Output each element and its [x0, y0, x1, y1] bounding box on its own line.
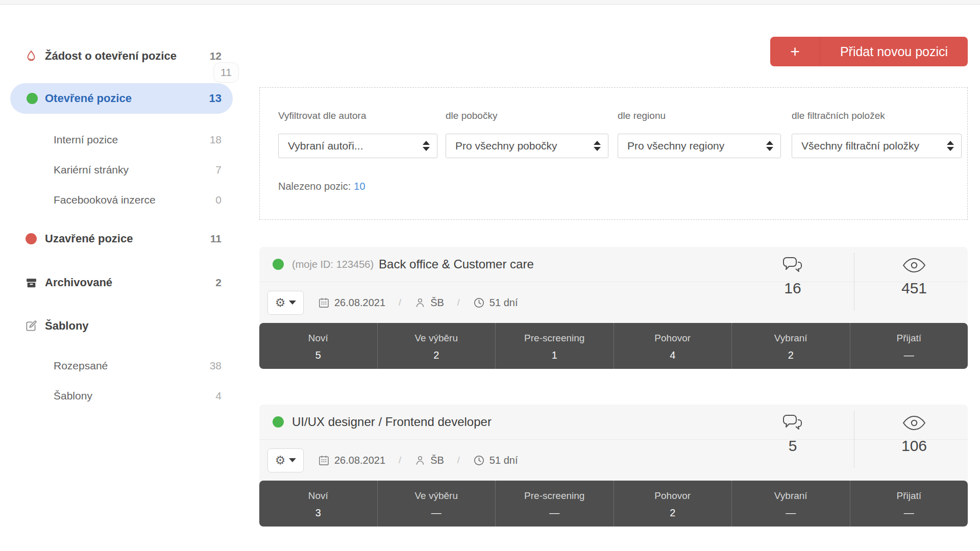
sidebar-item-zadost-o-otevreni[interactable]: Žádost o otevření pozice 12	[10, 45, 222, 67]
position-date-value: 26.08.2021	[334, 297, 385, 309]
pipeline-bar: Noví 3 Ve výběru — Pre-screening — Pohov…	[259, 481, 968, 527]
person-icon	[414, 455, 426, 466]
comments-count: 16	[752, 280, 834, 297]
sidebar-item-label: Uzavřené pozice	[45, 232, 133, 245]
stage-label: Vybraní	[774, 490, 807, 502]
sidebar-item-otevrene-pozice[interactable]: Otevřené pozice 13	[10, 83, 233, 114]
views-count: 106	[873, 437, 955, 455]
position-author: ŠB	[414, 297, 444, 309]
filter-items-select[interactable]: Všechny filtrační položky	[792, 134, 962, 158]
sidebar-item-label: Rozepsané	[54, 360, 108, 372]
sidebar-item-facebookova-inzerce[interactable]: Facebooková inzerce 0	[10, 189, 222, 211]
open-status-icon	[273, 259, 284, 270]
author-select-value: Vybraní autoři...	[288, 140, 363, 152]
position-days-value: 51 dní	[489, 297, 518, 309]
sidebar-item-label: Žádost o otevření pozice	[45, 49, 177, 63]
stage-value: 2	[433, 349, 439, 361]
sidebar-item-uzavrene-pozice[interactable]: Uzavřené pozice 11	[10, 228, 222, 250]
green-dot-icon	[27, 93, 38, 104]
sidebar-item-count: 7	[215, 164, 222, 176]
comments-stat[interactable]: 16	[752, 254, 834, 297]
sidebar-item-karierni-stranky[interactable]: Kariérní stránky 7	[10, 159, 222, 181]
sidebar-item-count: 38	[210, 360, 222, 372]
add-new-position-button[interactable]: + Přidat novou pozici	[770, 37, 968, 66]
stage-label: Pre-screening	[524, 490, 584, 502]
sidebar-item-count: 2	[215, 277, 222, 289]
position-settings-button[interactable]: ⚙	[267, 291, 304, 315]
sidebar-item-count: 18	[210, 134, 222, 146]
select-arrows-icon	[947, 141, 954, 151]
position-days-open: 51 dní	[473, 297, 518, 309]
position-title-row: UI/UX designer / Frontend developer	[259, 405, 968, 439]
eye-icon	[873, 412, 955, 434]
position-card-header: (moje ID: 123456) Back office & Customer…	[259, 247, 968, 323]
clock-icon	[473, 297, 485, 309]
position-meta-row: ⚙ 26.08.2021 /	[259, 282, 968, 323]
stage-label: Pohovor	[654, 333, 691, 344]
region-select-value: Pro všechny regiony	[627, 140, 724, 152]
stage-value: 4	[670, 349, 675, 361]
filter-label-region: dle regionu	[618, 110, 666, 121]
add-button-label: Přidat novou pozici	[820, 37, 968, 66]
sidebar-item-label: Šablony	[54, 390, 92, 402]
sidebar-item-label: Otevřené pozice	[45, 92, 132, 105]
chevron-down-icon	[289, 458, 296, 462]
stage-label: Ve výběru	[415, 490, 458, 502]
stage-value: —	[904, 507, 914, 519]
results-count-line: Nalezeno pozic:10	[278, 181, 365, 192]
red-dot-icon	[26, 233, 37, 244]
open-status-icon	[273, 416, 284, 428]
region-select[interactable]: Pro všechny regiony	[618, 134, 781, 158]
archive-icon	[24, 276, 38, 289]
position-title[interactable]: UI/UX designer / Frontend developer	[292, 415, 492, 429]
sidebar-item-label: Kariérní stránky	[54, 164, 129, 176]
comments-stat[interactable]: 5	[752, 412, 834, 455]
position-author-value: ŠB	[430, 455, 444, 466]
meta-separator: /	[457, 455, 460, 466]
stage-pohovor: Pohovor 2	[614, 481, 732, 527]
sidebar-item-interni-pozice[interactable]: Interní pozice 18	[10, 129, 222, 151]
stage-value: —	[549, 507, 559, 519]
stage-novi: Noví 5	[259, 323, 377, 369]
person-icon	[414, 297, 426, 308]
position-card-header: UI/UX designer / Frontend developer ⚙ 26…	[259, 405, 968, 481]
sidebar-item-sablony-sub[interactable]: Šablony 4	[10, 385, 222, 407]
position-id: (moje ID: 123456)	[292, 259, 374, 270]
results-count: 10	[354, 181, 365, 192]
stage-label: Pohovor	[654, 490, 691, 502]
sidebar-item-label: Archivované	[45, 276, 112, 289]
comments-count: 5	[752, 437, 834, 455]
sidebar-item-count: 13	[209, 92, 222, 105]
select-arrows-icon	[766, 141, 773, 151]
branch-select[interactable]: Pro všechny pobočky	[446, 134, 608, 158]
stage-pohovor: Pohovor 4	[614, 323, 732, 369]
stage-value: 2	[788, 349, 794, 361]
stage-prijati: Přijatí —	[850, 481, 968, 527]
stage-value: 2	[670, 507, 675, 519]
sidebar-item-sablony[interactable]: Šablony	[10, 315, 222, 337]
stage-ve-vyberu: Ve výběru —	[377, 481, 496, 527]
edit-icon	[24, 319, 38, 333]
stage-value: —	[431, 507, 442, 519]
sidebar-item-rozepsane[interactable]: Rozepsané 38	[10, 355, 222, 377]
author-select[interactable]: Vybraní autoři...	[278, 134, 437, 158]
sidebar-item-archivovane[interactable]: Archivované 2	[10, 271, 222, 294]
notification-badge: 11	[213, 62, 239, 83]
position-title-row: (moje ID: 123456) Back office & Customer…	[259, 247, 968, 282]
comments-icon	[752, 412, 834, 434]
position-days-value: 51 dní	[489, 455, 518, 466]
gear-icon: ⚙	[275, 297, 286, 309]
meta-separator: /	[457, 297, 460, 308]
top-border-strip	[0, 0, 980, 5]
flame-icon	[24, 49, 38, 63]
stats-divider	[854, 411, 854, 468]
position-settings-button[interactable]: ⚙	[267, 448, 304, 472]
views-stat[interactable]: 106	[873, 412, 955, 455]
position-title[interactable]: Back office & Customer care	[379, 257, 534, 271]
position-date: 26.08.2021	[318, 455, 385, 466]
sidebar-item-count: 11	[210, 233, 222, 245]
eye-icon	[873, 254, 955, 277]
views-stat[interactable]: 451	[873, 254, 955, 297]
stage-vybrani: Vybraní —	[731, 481, 850, 527]
stage-pre-screening: Pre-screening 1	[495, 323, 614, 369]
